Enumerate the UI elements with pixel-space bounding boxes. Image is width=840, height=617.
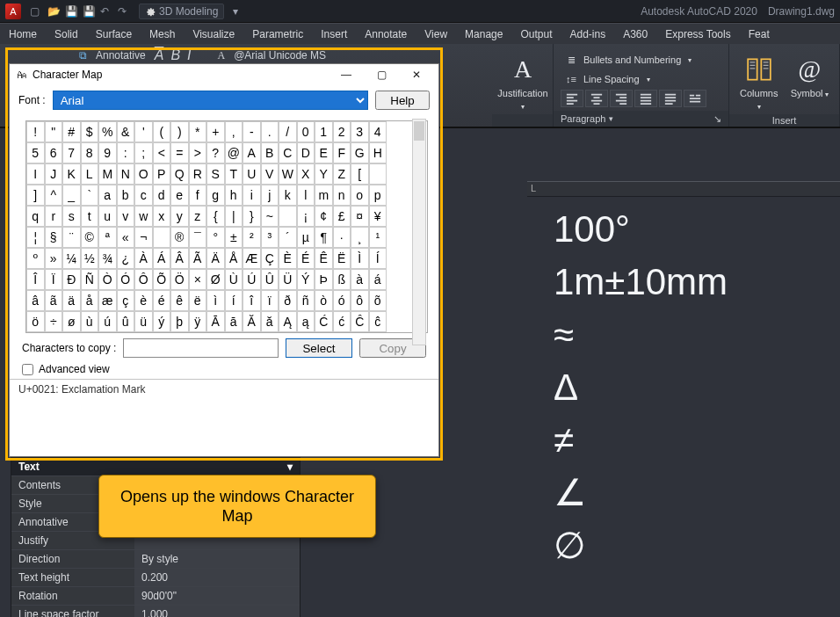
mtext-line[interactable]: ≈ [554,308,728,361]
tab-view[interactable]: View [416,24,456,44]
char-cell[interactable]: y [170,206,189,227]
align-right-button[interactable] [610,90,633,107]
char-cell[interactable]: þ [170,311,189,332]
char-cell[interactable]: g [206,185,225,206]
char-cell[interactable]: - [243,121,261,142]
tab-express-tools[interactable]: Express Tools [656,24,739,44]
char-cell[interactable]: , [225,121,243,142]
char-cell[interactable]: ¤ [351,206,369,227]
char-cell[interactable]: ÷ [45,311,63,332]
char-cell[interactable]: Ü [279,269,297,290]
char-cell[interactable]: : [117,142,135,163]
property-row[interactable]: Rotation90d0'0" [11,587,300,606]
mtext-ruler[interactable]: L [527,181,840,197]
char-cell[interactable]: L [81,163,99,185]
char-cell[interactable]: Ø [206,269,225,290]
char-cell[interactable]: ¨ [62,227,81,248]
font-select[interactable]: Arial [53,91,368,110]
tab-mesh[interactable]: Mesh [141,24,184,44]
char-cell[interactable]: ¥ [369,206,387,227]
char-cell[interactable]: á [369,269,387,290]
char-cell[interactable]: d [153,185,171,206]
char-cell[interactable]: ¬ [134,227,153,248]
annotative-label[interactable]: Annotative [96,49,146,62]
char-cell[interactable]: Å [225,248,243,269]
italic-button[interactable]: I [187,47,191,63]
char-cell[interactable]: r [45,206,63,227]
char-cell[interactable]: p [369,185,387,206]
char-cell[interactable]: ĉ [369,311,387,332]
mtext-line[interactable]: ∠ [554,467,728,519]
char-cell[interactable]: b [117,185,135,206]
char-cell[interactable]: C [279,142,297,163]
char-cell[interactable]: ù [81,311,99,332]
char-cell[interactable]: ø [62,311,81,332]
char-cell[interactable]: 5 [26,142,45,163]
mtext-line[interactable]: 1m±10mm [554,256,728,308]
char-cell[interactable]: e [170,185,189,206]
app-logo[interactable]: A [5,4,21,19]
char-cell[interactable]: Ù [225,269,243,290]
char-cell[interactable]: ð [279,290,297,311]
char-cell[interactable]: ) [170,121,189,142]
open-icon[interactable]: 📂 [47,5,60,18]
char-cell[interactable]: k [279,185,297,206]
char-cell[interactable]: # [62,121,81,142]
symbol-button[interactable]: @ Symbol [787,51,833,102]
new-icon[interactable]: ▢ [30,5,42,18]
char-cell[interactable]: ^ [45,185,63,206]
char-cell[interactable]: ( [153,121,171,142]
property-value[interactable]: 1.000 [134,606,300,618]
advanced-view-checkbox[interactable] [22,364,33,375]
char-cell[interactable]: ¶ [315,227,333,248]
char-cell[interactable]: F [333,142,351,163]
char-cell[interactable]: J [45,163,63,185]
char-cell[interactable]: * [189,121,207,142]
char-cell[interactable]: ú [98,311,117,332]
char-cell[interactable]: » [45,248,63,269]
char-cell[interactable]: ¢ [315,206,333,227]
tab-surface[interactable]: Surface [87,24,141,44]
char-cell[interactable]: Q [170,163,189,185]
char-cell[interactable]: à [351,269,369,290]
char-cell[interactable]: " [45,121,63,142]
char-cell[interactable]: K [62,163,81,185]
align-justify-button[interactable] [634,90,657,107]
property-value[interactable]: 90d0'0" [134,587,300,606]
char-cell[interactable]: Ç [261,248,279,269]
char-cell[interactable]: = [170,142,189,163]
tab-feat[interactable]: Feat [740,24,778,44]
char-cell[interactable]: E [315,142,333,163]
align-left-button[interactable] [561,90,583,107]
saveas-icon[interactable]: 💾 [83,5,95,18]
char-cell[interactable]: ~ [261,206,279,227]
chars-to-copy-field[interactable] [123,338,279,358]
tab-parametric[interactable]: Parametric [243,24,312,44]
char-cell[interactable]: % [98,121,117,142]
char-cell[interactable]: Ý [297,269,315,290]
char-cell[interactable]: m [315,185,333,206]
char-cell[interactable]: ­ [153,227,171,248]
bold-button-b[interactable]: B [170,47,180,63]
char-cell[interactable]: ç [117,290,135,311]
char-cell[interactable]: 4 [369,121,387,142]
char-cell[interactable]: ` [81,185,99,206]
char-cell[interactable]: É [297,248,315,269]
tab-insert[interactable]: Insert [312,24,356,44]
char-cell[interactable]: N [117,163,135,185]
char-cell[interactable]: Ä [206,248,225,269]
mtext-line[interactable]: 100° [554,203,728,256]
mtext-editor[interactable]: 100°1m±10mm≈Δ≠∠∅ [554,203,728,572]
char-cell[interactable]: ¼ [62,248,81,269]
justification-button[interactable]: A Justification [499,51,547,114]
char-cell[interactable]: ! [26,121,45,142]
char-cell[interactable]: D [297,142,315,163]
char-cell[interactable]: ¿ [117,248,135,269]
tab-annotate[interactable]: Annotate [356,24,416,44]
char-cell[interactable]: ¡ [297,206,315,227]
char-cell[interactable]: Ĉ [351,311,369,332]
char-cell[interactable]: ñ [297,290,315,311]
char-cell[interactable]: Ð [62,269,81,290]
char-cell[interactable]: 0 [297,121,315,142]
char-cell[interactable]: 3 [351,121,369,142]
